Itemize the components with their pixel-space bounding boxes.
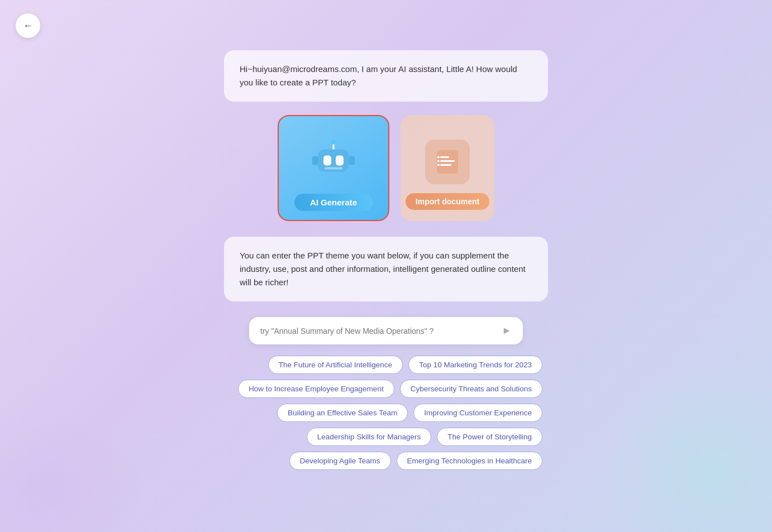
import-icon-box	[425, 140, 470, 184]
greeting-text: Hi~huiyuan@microdreams.com, I am your AI…	[240, 64, 517, 87]
suggestion-chip[interactable]: Building an Effective Sales Team	[277, 404, 408, 422]
cards-row: AI Generate Import document	[278, 115, 494, 221]
chips-area: The Future of Artificial IntelligenceTop…	[230, 356, 542, 470]
document-icon	[433, 148, 461, 176]
greeting-bubble: Hi~huiyuan@microdreams.com, I am your AI…	[224, 50, 548, 102]
robot-icon	[306, 141, 361, 191]
suggestion-chip[interactable]: The Future of Artificial Intelligence	[268, 356, 403, 374]
theme-input[interactable]	[260, 327, 496, 336]
back-arrow-icon: ←	[23, 20, 33, 32]
suggestion-chip[interactable]: How to Increase Employee Engagement	[238, 380, 394, 398]
svg-rect-11	[440, 164, 451, 166]
svg-point-12	[437, 156, 440, 159]
info-text: You can enter the PPT theme you want bel…	[240, 251, 526, 287]
svg-rect-6	[349, 156, 355, 165]
suggestion-chip[interactable]: Developing Agile Teams	[289, 452, 391, 470]
import-card[interactable]: Import document	[401, 115, 494, 221]
svg-rect-3	[323, 156, 331, 166]
suggestion-chip[interactable]: Top 10 Marketing Trends for 2023	[408, 356, 542, 374]
svg-point-1	[331, 141, 336, 145]
suggestion-chip[interactable]: The Power of Storytelling	[437, 428, 542, 446]
back-button[interactable]: ←	[16, 13, 40, 38]
svg-point-14	[437, 164, 440, 166]
suggestion-chip[interactable]: Leadership Skills for Managers	[307, 428, 431, 446]
svg-point-13	[437, 160, 440, 162]
input-container: ►	[249, 317, 523, 344]
import-label: Import document	[406, 193, 489, 210]
ai-generate-label: AI Generate	[294, 194, 373, 211]
send-icon[interactable]: ►	[502, 325, 512, 337]
suggestion-chip[interactable]: Emerging Technologies in Healthcare	[397, 452, 542, 470]
svg-rect-7	[325, 167, 342, 170]
suggestion-chip[interactable]: Cybersecurity Threats and Solutions	[400, 380, 542, 398]
svg-rect-5	[312, 156, 318, 165]
svg-rect-4	[336, 156, 344, 166]
ai-generate-card[interactable]: AI Generate	[278, 115, 389, 221]
svg-rect-9	[440, 156, 449, 158]
suggestion-chip[interactable]: Improving Customer Experience	[413, 404, 542, 422]
svg-rect-10	[440, 160, 455, 162]
chat-container: Hi~huiyuan@microdreams.com, I am your AI…	[0, 0, 772, 532]
info-bubble: You can enter the PPT theme you want bel…	[224, 237, 548, 301]
